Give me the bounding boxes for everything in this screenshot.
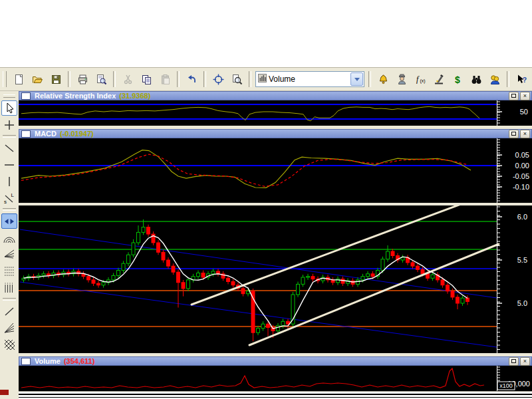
window-menu-icon[interactable] — [21, 92, 31, 100]
svg-text:s: s — [4, 199, 7, 205]
speed-lines-tool[interactable] — [1, 320, 17, 335]
collapsed-panel-stripes[interactable] — [19, 391, 532, 399]
svg-text:$: $ — [455, 74, 460, 84]
fibonacci-retracement-tool[interactable] — [1, 263, 17, 279]
axis-label: 0.00 — [515, 162, 529, 170]
undo-button[interactable] — [183, 70, 200, 88]
close-icon[interactable]: × — [520, 92, 530, 100]
toolbar-separator — [3, 135, 16, 138]
axis-label: 5.0 — [517, 299, 527, 307]
speed-lines-tool-icon — [3, 321, 16, 334]
multiplier-label: x100 — [499, 382, 513, 389]
axis-label: 0.05 — [515, 151, 529, 159]
zoom-icon — [231, 74, 243, 85]
crosshair-tool-icon — [3, 118, 16, 132]
maximize-icon[interactable] — [509, 92, 519, 100]
horizontal-line-tool[interactable] — [1, 157, 17, 172]
fibonacci-fan-tool-icon — [3, 248, 16, 261]
vertical-line-tool[interactable] — [1, 174, 17, 189]
explorer-icon — [471, 74, 482, 85]
crosshair-tool[interactable] — [1, 117, 17, 132]
toolbar-grip[interactable] — [3, 71, 7, 87]
rsi-chart[interactable]: 50 — [19, 100, 532, 126]
save-button[interactable] — [47, 70, 65, 88]
open-icon — [32, 74, 43, 85]
open-button[interactable] — [29, 70, 46, 88]
support-resistance-tool[interactable]: sL — [1, 190, 17, 205]
options-icon: $ — [452, 74, 464, 85]
paste-button[interactable] — [156, 70, 174, 88]
toolbar-separator — [249, 71, 251, 87]
chevron-down-icon[interactable] — [350, 72, 363, 86]
fibonacci-arcs-tool[interactable] — [1, 230, 17, 245]
copy-icon — [141, 74, 152, 85]
svg-text:(x): (x) — [420, 78, 425, 84]
toolbar-separator — [368, 71, 371, 87]
print-icon — [77, 74, 88, 85]
copy-button[interactable] — [138, 70, 155, 88]
context-help-icon: ? — [516, 74, 527, 85]
svg-text:?: ? — [522, 75, 527, 83]
trendline-up-tool-icon — [3, 305, 16, 318]
scroll-tool[interactable] — [1, 213, 17, 229]
drawing-toolbar: sL — [0, 91, 19, 399]
support-resistance-tool-icon: sL — [3, 192, 16, 205]
macd-panel-title: MACD — [35, 130, 57, 138]
window-menu-icon[interactable] — [21, 358, 31, 365]
axis-label: 5.5 — [517, 256, 527, 264]
options-button[interactable]: $ — [449, 70, 466, 88]
axis-label: 50 — [520, 108, 528, 116]
macd-titlebar[interactable]: MACD (-0.01947) × — [19, 129, 532, 138]
close-icon[interactable]: × — [520, 357, 530, 366]
alert-button[interactable] — [374, 70, 392, 88]
toolbar-separator — [68, 71, 70, 87]
print-preview-button[interactable] — [92, 70, 110, 88]
new-button[interactable] — [10, 70, 27, 88]
window-menu-icon[interactable] — [21, 130, 31, 138]
fibonacci-timezones-tool-icon — [3, 281, 16, 295]
zoom-button[interactable] — [228, 70, 245, 88]
toolbar-grip[interactable] — [3, 94, 15, 98]
axis-label: 6.0 — [517, 213, 527, 221]
axis-label: -0.10 — [513, 183, 529, 191]
pointer-tool-icon — [3, 102, 16, 115]
application-window: Volumef(x)$? sL Relative Strength Index … — [0, 0, 532, 399]
context-help-button[interactable]: ? — [513, 70, 530, 88]
maximize-icon[interactable] — [509, 357, 519, 366]
indicator-builder-button[interactable]: f(x) — [412, 70, 429, 88]
fibonacci-fan-tool[interactable] — [1, 247, 17, 262]
trendline-up-tool[interactable] — [1, 303, 17, 319]
new-icon — [13, 74, 25, 85]
trendline-down-tool[interactable] — [1, 140, 17, 156]
price-chart[interactable]: 6.05.55.0 — [19, 205, 532, 353]
fibonacci-timezones-tool[interactable] — [1, 280, 17, 295]
close-icon[interactable]: × — [520, 130, 530, 138]
paste-icon — [160, 74, 171, 85]
horizontal-line-tool-icon — [3, 158, 16, 172]
commentary-button[interactable] — [486, 70, 503, 88]
svg-text:L: L — [11, 192, 15, 198]
volume-chart[interactable]: 10,000x100 — [19, 366, 532, 391]
alert-icon — [378, 74, 389, 85]
main-toolbar: Volumef(x)$? — [0, 67, 532, 91]
crosshair-pointer-button[interactable] — [209, 70, 227, 88]
expert-advisor-button[interactable] — [393, 70, 410, 88]
explorer-button[interactable] — [467, 70, 485, 88]
screen-artifact — [0, 390, 9, 395]
macd-chart[interactable]: 0.050.00-0.05-0.10 — [19, 138, 532, 203]
rsi-titlebar[interactable]: Relative Strength Index (31.9368) × — [19, 91, 532, 100]
maximize-icon[interactable] — [509, 130, 519, 138]
indicator-combo[interactable]: Volume — [255, 71, 364, 87]
fibonacci-arcs-tool-icon — [3, 231, 16, 245]
pointer-tool[interactable] — [1, 100, 17, 116]
undo-icon — [186, 74, 198, 85]
toolbar-separator — [113, 71, 116, 87]
print-button[interactable] — [74, 70, 91, 88]
trendline-down-tool-icon — [3, 142, 16, 155]
volume-titlebar[interactable]: Volume (354,611) × — [19, 356, 532, 366]
system-tester-button[interactable] — [430, 70, 448, 88]
scroll-tool-icon — [3, 215, 16, 228]
cut-button[interactable] — [119, 70, 136, 88]
fibonacci-retracement-tool-icon — [3, 265, 16, 278]
gann-grid-tool[interactable] — [1, 336, 17, 352]
